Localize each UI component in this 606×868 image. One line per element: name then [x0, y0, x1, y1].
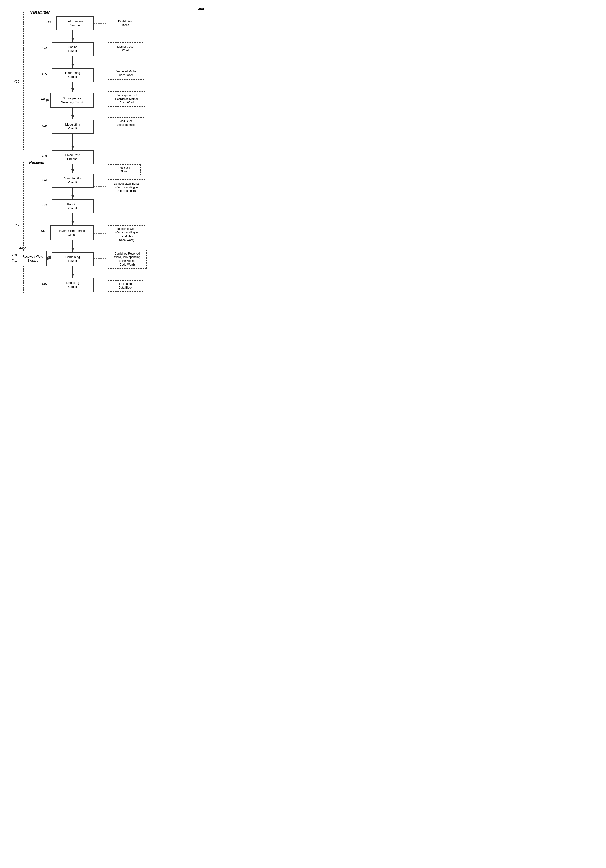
transmitter-label: Transmitter — [28, 10, 51, 14]
ref-padding: 443 — [42, 204, 47, 207]
ref-transmitter: 420 — [14, 80, 19, 83]
padding-circuit-block: PaddingCircuit — [52, 199, 94, 214]
inverse-reordering-block: Inverse ReorderingCircuit — [50, 225, 94, 240]
annot-mother-code: Mother CodeWord — [108, 42, 143, 55]
ref-info-source: 422 — [46, 21, 51, 24]
subsequence-selecting-block: SubsequenceSelecting Circuit — [50, 93, 94, 108]
decoding-circuit-block: DecodingCircuit — [52, 278, 94, 292]
ref-fixed-rate: 450 — [42, 154, 47, 158]
demodulating-circuit-block: DemodulatingCircuit — [52, 174, 94, 188]
ref-decoding: 446 — [42, 282, 47, 286]
ref-inverse-reordering: 444 — [40, 229, 46, 233]
coding-circuit-block: CodingCircuit — [52, 42, 94, 56]
combining-circuit-block: CombiningCircuit — [52, 252, 94, 266]
ref-storage: 460or462 — [12, 253, 17, 264]
annot-reordered-mother: Reordered MotherCode Word — [108, 67, 144, 80]
ref-modulating: 428 — [42, 124, 47, 127]
annot-combined-received: Combined ReceivedWord(Correspondingto th… — [108, 250, 147, 269]
ref-receiver: 440 — [14, 223, 19, 226]
ref-storage-b: 445b — [19, 246, 26, 250]
reordering-circuit-block: ReorderingCircuit — [52, 68, 94, 82]
annot-demodulated-signal: Demodulated Signal(Corresponding toSubse… — [108, 180, 145, 195]
annot-digital-data: Digital DataBlock — [108, 18, 143, 29]
ref-subsequence: 426 — [40, 97, 46, 101]
ref-coding: 424 — [42, 46, 47, 50]
annot-modulated-subsequence: ModulatedSubsequence — [108, 117, 144, 129]
ref-reordering: 425 — [42, 72, 47, 76]
annot-received-word: Received Word(Corresponding tothe Mother… — [108, 225, 145, 244]
modulating-circuit-block: ModulatingCircuit — [52, 119, 94, 134]
information-source-block: InformationSource — [56, 16, 94, 31]
annot-estimated-data: EstimatedData Block — [108, 281, 143, 291]
figure-number: 400 — [198, 7, 204, 11]
fixed-rate-channel-block: Fixed RateChannel — [52, 150, 94, 164]
annot-received-signal: ReceivedSignal — [108, 164, 141, 175]
receiver-label: Receiver — [28, 160, 46, 165]
received-word-storage-block: Received WordStorage — [19, 251, 47, 266]
annot-subsequence-reordered: Subsequence ofReordered MotherCode Word — [108, 91, 145, 107]
ref-demodulating: 442 — [42, 178, 47, 181]
